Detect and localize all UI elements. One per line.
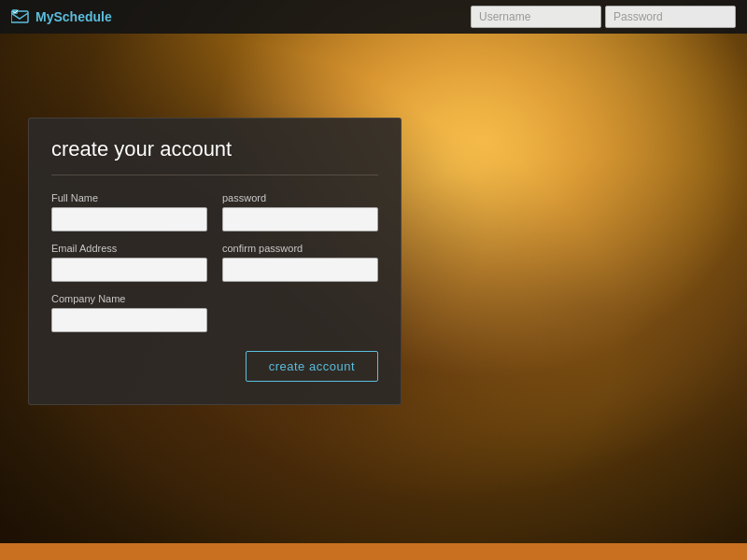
form-fields: Full Name password Email Address confirm…	[51, 192, 378, 332]
username-input[interactable]	[471, 6, 601, 28]
confirm-password-input[interactable]	[222, 258, 378, 282]
company-label: Company Name	[51, 293, 207, 304]
button-row: create account	[51, 351, 378, 382]
confirm-password-group: confirm password	[222, 243, 378, 282]
full-name-label: Full Name	[51, 192, 207, 203]
new-password-input[interactable]	[222, 207, 378, 231]
bottom-bar	[0, 543, 747, 560]
company-input[interactable]	[51, 308, 207, 332]
navbar-inputs	[471, 6, 736, 28]
full-name-input[interactable]	[51, 207, 207, 231]
password-input[interactable]	[605, 6, 736, 28]
password-label: password	[222, 192, 378, 203]
card-title: create your account	[51, 137, 378, 175]
password-group: password	[222, 192, 378, 231]
email-label: Email Address	[51, 243, 207, 254]
email-input[interactable]	[51, 258, 207, 282]
logo: MySchedule	[11, 9, 112, 24]
create-account-button[interactable]: create account	[246, 351, 378, 382]
confirm-password-label: confirm password	[222, 243, 378, 254]
email-group: Email Address	[51, 243, 207, 282]
navbar: MySchedule	[0, 0, 747, 34]
logo-icon	[11, 9, 30, 24]
logo-text: MySchedule	[35, 9, 112, 24]
main-content: create your account Full Name password E…	[0, 34, 747, 543]
company-group: Company Name	[51, 293, 207, 332]
register-card: create your account Full Name password E…	[28, 118, 402, 405]
full-name-group: Full Name	[51, 192, 207, 231]
